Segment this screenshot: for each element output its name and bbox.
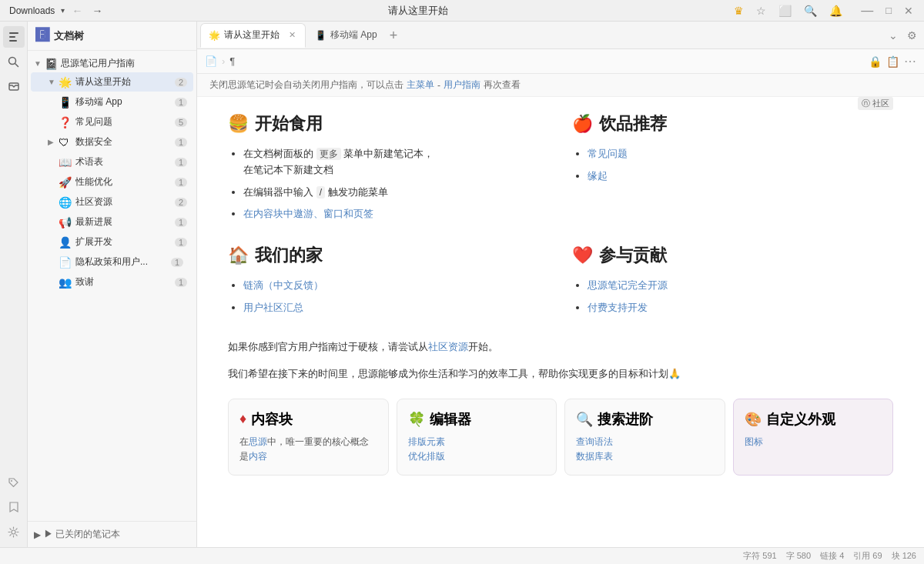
- sidebar-item-faq[interactable]: ❓ 常见问题 5: [31, 112, 193, 132]
- titlebar-center: 请从这里开始: [111, 4, 725, 18]
- tab-start-close[interactable]: ✕: [286, 30, 297, 41]
- tag-icon-button[interactable]: [3, 472, 25, 493]
- liandrop-link[interactable]: 链滴（中文反馈）: [243, 279, 323, 291]
- palette-emoji: 🎨: [745, 411, 762, 428]
- content-col-drinks: ⓝ 社区 🍎 饮品推荐 常见问题 缘起: [572, 112, 893, 229]
- card-custom-ui-title: 🎨 自定义外观: [745, 410, 882, 429]
- sidebar-item-perf[interactable]: 🚀 性能优化 1: [31, 172, 193, 192]
- community-summary-link[interactable]: 用户社区汇总: [243, 302, 303, 313]
- sidebar-item-news[interactable]: 📢 最新进展 1: [31, 212, 193, 232]
- doc-copy-button[interactable]: 📋: [886, 54, 899, 68]
- sidebar-content: ▼ 📓 思源笔记用户指南 ▼ 🌟 请从这里开始 2 📱 移动端 App 1 ❓ …: [28, 51, 196, 521]
- card-custom-ui-desc: 图标: [745, 435, 882, 449]
- icons-link[interactable]: 图标: [745, 436, 763, 447]
- search-emoji: 🔍: [576, 411, 593, 428]
- content-section-2: 🏠 我们的家 链滴（中文反馈） 用户社区汇总 ❤️ 参与贡献: [228, 244, 893, 322]
- apple-emoji: 🍎: [572, 114, 593, 134]
- link-count: 链接 4: [820, 550, 844, 562]
- inbox-icon-button[interactable]: [3, 75, 25, 97]
- ref-count: 引用 69: [853, 550, 882, 562]
- crown-button[interactable]: ♛: [729, 3, 748, 18]
- contribute-heading: ❤️ 参与贡献: [572, 244, 893, 267]
- sidebar-logo-icon: 🅱: [35, 28, 49, 44]
- siyuan-link[interactable]: 思源: [249, 436, 267, 447]
- typesetting-link[interactable]: 排版元素: [408, 436, 445, 447]
- start-eating-heading: 🍔 开始食用: [228, 112, 549, 135]
- devext-icon: 👤: [59, 236, 72, 249]
- news-icon: 📢: [59, 216, 72, 229]
- query-syntax-link[interactable]: 查询语法: [576, 436, 613, 447]
- svg-rect-0: [9, 32, 18, 34]
- bookmark-icon-button[interactable]: [3, 496, 25, 518]
- tab-start[interactable]: 🌟 请从这里开始 ✕: [200, 23, 306, 48]
- docs-tree-icon-button[interactable]: [3, 26, 25, 48]
- star-button[interactable]: ☆: [752, 3, 771, 18]
- titlebar-left: Downloads ▾ ← →: [6, 3, 106, 18]
- tab-mobile[interactable]: 📱 移动端 App: [307, 23, 385, 48]
- mobile-label: 移动端 App: [75, 95, 172, 108]
- sponsor-link[interactable]: 付费支持开发: [588, 302, 648, 313]
- navigate-link[interactable]: 在内容块中遨游、窗口和页签: [243, 208, 373, 219]
- perf-label: 性能优化: [75, 175, 172, 189]
- faq-icon: ❓: [59, 116, 72, 128]
- more-options-button[interactable]: ⋯: [904, 54, 916, 68]
- content-link[interactable]: 内容: [249, 451, 267, 462]
- notebook-expand-arrow: ▼: [34, 59, 45, 68]
- sidebar-item-thanks[interactable]: 👥 致谢 1: [31, 272, 193, 292]
- notice-link1[interactable]: 主菜单: [407, 78, 434, 92]
- tab-list-button[interactable]: ⌄: [885, 28, 902, 43]
- window-button[interactable]: ⬜: [774, 3, 796, 18]
- search-icon-button[interactable]: [3, 51, 25, 72]
- char-count: 字符 591: [743, 550, 776, 562]
- community-count: 2: [175, 198, 187, 207]
- card-editor: 🍀 编辑器 排版元素 优化排版: [397, 399, 557, 476]
- home-heading: 🏠 我们的家: [228, 244, 549, 267]
- sidebar-item-start[interactable]: ▼ 🌟 请从这里开始 2: [31, 72, 193, 92]
- nav-forward-button[interactable]: →: [88, 3, 106, 18]
- glossary-count: 1: [175, 158, 187, 167]
- tab-add-button[interactable]: +: [385, 28, 403, 42]
- content-section-1: 🍔 开始食用 在文档树面板的 更多 菜单中新建笔记本，在笔记本下新建文档 在编辑…: [228, 112, 893, 229]
- bell-button[interactable]: 🔔: [825, 3, 847, 18]
- sidebar-item-devext[interactable]: 👤 扩展开发 1: [31, 232, 193, 252]
- security-label: 数据安全: [75, 135, 172, 149]
- tab-config-button[interactable]: ⚙: [903, 28, 921, 43]
- tab-bar-right: ⌄ ⚙: [885, 28, 921, 43]
- maximize-button[interactable]: □: [881, 3, 896, 18]
- sidebar-item-mobile[interactable]: 📱 移动端 App 1: [31, 92, 193, 112]
- mobile-count: 1: [175, 98, 187, 107]
- sidebar-item-security[interactable]: ▶ 🛡 数据安全 1: [31, 132, 193, 152]
- card-content-block-desc: 在思源中，唯一重要的核心概念是内容: [239, 435, 377, 464]
- opensource-link[interactable]: 思源笔记完全开源: [588, 279, 668, 291]
- titlebar-title: Downloads: [6, 5, 58, 16]
- settings-icon-button[interactable]: [3, 521, 25, 542]
- notice-link2[interactable]: 用户指南: [444, 78, 480, 92]
- nav-back-button[interactable]: ←: [68, 3, 86, 18]
- search-button[interactable]: 🔍: [799, 3, 822, 18]
- optimize-typesetting-link[interactable]: 优化排版: [408, 451, 445, 462]
- start-eating-list: 在文档树面板的 更多 菜单中新建笔记本，在笔记本下新建文档 在编辑器中输入 / …: [228, 146, 549, 222]
- sidebar-item-glossary[interactable]: 📖 术语表 1: [31, 152, 193, 172]
- word-count: 字 580: [786, 550, 811, 562]
- n-community-badge: ⓝ 社区: [858, 97, 893, 110]
- database-link[interactable]: 数据库表: [576, 451, 613, 462]
- block-count: 块 126: [892, 550, 916, 562]
- close-button[interactable]: ✕: [899, 3, 918, 18]
- toolbar-right: 🔒 📋 ⋯: [869, 54, 916, 68]
- card-search-title: 🔍 搜索进阶: [576, 410, 714, 429]
- tab-mobile-label: 移动端 App: [330, 28, 377, 42]
- lock-icon-button[interactable]: 🔒: [869, 54, 882, 68]
- svg-point-7: [12, 530, 15, 534]
- minimize-button[interactable]: —: [856, 2, 878, 19]
- editor-toolbar: 📄 › ¶ 🔒 📋 ⋯: [197, 49, 924, 74]
- sidebar-footer[interactable]: ▶ ▶ 已关闭的笔记本: [28, 521, 196, 547]
- notebook-group-header[interactable]: ▼ 📓 思源笔记用户指南: [28, 54, 196, 72]
- community-resources-link[interactable]: 社区资源: [428, 341, 468, 352]
- sidebar-item-privacy[interactable]: 📄 隐私政策和用户... 1: [31, 252, 193, 272]
- faq-link[interactable]: 常见问题: [588, 148, 628, 159]
- origin-link[interactable]: 缘起: [588, 170, 608, 182]
- sidebar-item-community[interactable]: 🌐 社区资源 2: [31, 192, 193, 212]
- clover-emoji: 🍀: [408, 411, 425, 428]
- dropdown-arrow[interactable]: ▾: [61, 6, 65, 15]
- list-item-slash: 在编辑器中输入 / 触发功能菜单: [243, 185, 549, 201]
